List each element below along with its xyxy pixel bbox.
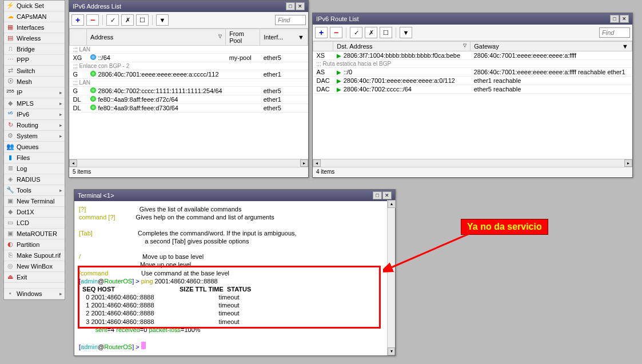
cloud-icon: ☁ bbox=[6, 13, 14, 21]
filter-button[interactable]: ▼ bbox=[400, 27, 412, 38]
col-flags[interactable] bbox=[70, 29, 87, 46]
add-button[interactable]: + bbox=[315, 27, 328, 38]
menu-windows[interactable]: ▪Windows▸ bbox=[4, 289, 65, 299]
terminal-output[interactable]: [?] Gives the list of available commands… bbox=[74, 201, 395, 350]
table-row[interactable]: XS▶2806:3f7:1004:bbbb:bbbb:bbbb:f0ca:beb… bbox=[313, 51, 632, 60]
menu-tools[interactable]: 🔧Tools▸ bbox=[4, 185, 65, 196]
menu-make-supout[interactable]: ⎘Make Supout.rif bbox=[4, 250, 65, 261]
menu-label: New Terminal bbox=[17, 198, 54, 205]
find-input[interactable] bbox=[275, 15, 306, 25]
chevron-right-icon: ▸ bbox=[59, 133, 62, 139]
ipv6-icon: v6 bbox=[6, 110, 14, 118]
scrollbar[interactable]: ◂▸ bbox=[69, 159, 308, 167]
sidebar: ⚡Quick Set ☁CAPsMAN ▦Interfaces ▤Wireles… bbox=[3, 0, 65, 300]
ipv6-route-list-window: IPv6 Route List □ ✕ + − ✓ ✗ ☐ ▼ Dst. Add… bbox=[312, 13, 633, 178]
table-row[interactable]: G2806:40c:7002:cccc:1111:1111:1111:254/6… bbox=[70, 87, 308, 95]
table-row[interactable]: AS▶::/02806:40c:7001:eeee:eeee:eeee:a:ff… bbox=[313, 68, 632, 77]
menu-label: Bridge bbox=[17, 46, 35, 53]
radius-icon: ◈ bbox=[6, 175, 14, 183]
menu-new-winbox[interactable]: ◎New WinBox bbox=[4, 261, 65, 272]
table-row[interactable]: G2806:40c:7001:eeee:eeee:eeee:a:cccc/112… bbox=[70, 70, 308, 79]
menu-new-terminal[interactable]: ▣New Terminal bbox=[4, 196, 65, 207]
annotation-label: Ya no da servicio bbox=[461, 219, 548, 235]
menu-label: MPLS bbox=[17, 100, 34, 107]
menu-label: Interfaces bbox=[17, 24, 44, 31]
menu-log[interactable]: ≣Log bbox=[4, 163, 65, 174]
route-table: Dst. Address▽ Gateway▼ XS▶2806:3f7:1004:… bbox=[313, 41, 632, 159]
table-row[interactable]: DLfe80::4aa9:8aff:feee:d730/64ether5 bbox=[70, 104, 308, 113]
remove-button[interactable]: − bbox=[86, 14, 99, 26]
find-input[interactable] bbox=[599, 27, 630, 38]
window-title: IPv6 Route List bbox=[316, 15, 359, 22]
disable-button[interactable]: ✗ bbox=[121, 14, 134, 26]
maximize-button[interactable]: □ bbox=[610, 15, 619, 23]
menu-metarouter[interactable]: ▣MetaROUTER bbox=[4, 229, 65, 239]
table-row[interactable]: ;;; LAN bbox=[70, 79, 308, 87]
menu-mesh[interactable]: ⦿Mesh bbox=[4, 77, 65, 87]
add-button[interactable]: + bbox=[71, 14, 84, 26]
menu-dot1x[interactable]: ◆Dot1X bbox=[4, 207, 65, 218]
scrollbar[interactable]: ◂▸ bbox=[313, 159, 632, 167]
scrollbar-vertical[interactable]: ▴▾ bbox=[387, 200, 395, 355]
comment-button[interactable]: ☐ bbox=[136, 14, 149, 26]
menu-ipv6[interactable]: v6IPv6▸ bbox=[4, 109, 65, 120]
menu-routing[interactable]: ↻Routing▸ bbox=[4, 120, 65, 131]
cursor bbox=[141, 342, 146, 349]
menu-label: LCD bbox=[17, 219, 29, 226]
disable-button[interactable]: ✗ bbox=[365, 27, 377, 38]
arrow-icon bbox=[383, 229, 480, 274]
table-row[interactable]: DAC▶2806:40c:7001:eeee:eeee:eeee:a:0/112… bbox=[313, 77, 632, 85]
table-row[interactable]: DAC▶2806:40c:7002:cccc::/64ether5 reacha… bbox=[313, 85, 632, 94]
col-from-pool[interactable]: From Pool bbox=[226, 29, 260, 46]
titlebar[interactable]: IPv6 Address List □ ✕ bbox=[69, 1, 308, 12]
menu-partition[interactable]: ◐Partition bbox=[4, 239, 65, 250]
dot1x-icon: ◆ bbox=[6, 208, 14, 216]
remove-button[interactable]: − bbox=[330, 27, 342, 38]
svg-line-0 bbox=[389, 231, 474, 269]
chevron-right-icon: ▸ bbox=[59, 111, 62, 117]
table-row[interactable]: ;;; LAN bbox=[70, 46, 308, 54]
queues-icon: 👥 bbox=[6, 143, 14, 151]
col-gateway[interactable]: Gateway▼ bbox=[470, 42, 632, 51]
filter-button[interactable]: ▼ bbox=[156, 14, 169, 26]
titlebar[interactable]: IPv6 Route List □ ✕ bbox=[313, 13, 632, 25]
menu-system[interactable]: ⚙System▸ bbox=[4, 131, 65, 142]
enable-button[interactable]: ✓ bbox=[106, 14, 119, 26]
enable-button[interactable]: ✓ bbox=[350, 27, 362, 38]
menu-interfaces[interactable]: ▦Interfaces bbox=[4, 22, 65, 33]
close-button[interactable]: ✕ bbox=[296, 2, 305, 10]
menu-files[interactable]: ▮Files bbox=[4, 153, 65, 163]
menu-capsman[interactable]: ☁CAPsMAN bbox=[4, 11, 65, 22]
menu-switch[interactable]: ⇄Switch bbox=[4, 66, 65, 77]
close-button[interactable]: ✕ bbox=[620, 15, 629, 23]
table-row[interactable]: ;;; Ruta estatica hacia el BGP bbox=[313, 60, 632, 68]
comment-button[interactable]: ☐ bbox=[380, 27, 392, 38]
menu-mpls[interactable]: ◆MPLS▸ bbox=[4, 98, 65, 109]
menu-label: Mesh bbox=[17, 78, 32, 85]
table-row[interactable]: ;;; Enlace con BGP - 2 bbox=[70, 62, 308, 70]
menu-lcd[interactable]: ▭LCD bbox=[4, 218, 65, 229]
maximize-button[interactable]: □ bbox=[286, 2, 295, 10]
menu-wireless[interactable]: ▤Wireless bbox=[4, 33, 65, 44]
menu-label: Partition bbox=[17, 241, 39, 248]
maximize-button[interactable]: □ bbox=[373, 191, 382, 199]
chevron-right-icon: ▸ bbox=[59, 90, 62, 95]
table-row[interactable]: DLfe80::4aa9:8aff:feee:d72c/64ether1 bbox=[70, 95, 308, 104]
menu-ppp[interactable]: ⋯PPP bbox=[4, 55, 65, 66]
menu-radius[interactable]: ◈RADIUS bbox=[4, 174, 65, 185]
col-interface[interactable]: Interf...▼ bbox=[260, 29, 308, 46]
menu-exit[interactable]: ⏏Exit bbox=[4, 272, 65, 283]
menu-queues[interactable]: 👥Queues bbox=[4, 142, 65, 153]
menu-bridge[interactable]: ⎍Bridge bbox=[4, 44, 65, 55]
titlebar[interactable]: Terminal <1> □ ✕ bbox=[74, 190, 395, 201]
menu-ip[interactable]: 255IP▸ bbox=[4, 87, 65, 98]
close-button[interactable]: ✕ bbox=[382, 191, 392, 199]
menu-quick-set[interactable]: ⚡Quick Set bbox=[4, 1, 65, 11]
partition-icon: ◐ bbox=[6, 241, 14, 249]
col-flags[interactable] bbox=[313, 42, 333, 51]
col-dst-address[interactable]: Dst. Address▽ bbox=[333, 42, 470, 51]
col-address[interactable]: Address▽ bbox=[87, 29, 226, 46]
table-row[interactable]: XG::/64my-poolether5 bbox=[70, 54, 308, 62]
menu-label: Log bbox=[17, 165, 27, 172]
menu-label: MetaROUTER bbox=[17, 230, 57, 237]
